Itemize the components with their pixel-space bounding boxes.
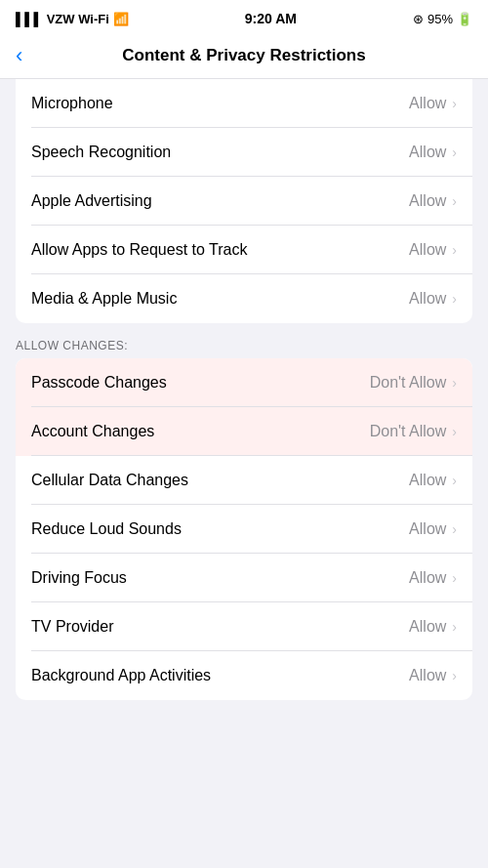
top-settings-group: Microphone Allow › Speech Recognition Al… (0, 79, 488, 323)
chevron-right-icon: › (452, 375, 457, 391)
list-item[interactable]: Allow Apps to Request to Track Allow › (16, 226, 472, 274)
item-value: Allow (409, 667, 446, 684)
item-value: Allow (409, 290, 446, 308)
status-bar: ▌▌▌ VZW Wi-Fi 📶 9:20 AM ⊛ 95% 🔋 (0, 0, 488, 35)
item-label: Cellular Data Changes (31, 472, 188, 489)
allow-changes-list: Passcode Changes Don't Allow › Account C… (16, 358, 472, 700)
item-label: Allow Apps to Request to Track (31, 241, 247, 259)
list-item[interactable]: Cellular Data Changes Allow › (16, 456, 472, 505)
nav-bar: ‹ Content & Privacy Restrictions (0, 35, 488, 79)
chevron-right-icon: › (452, 291, 457, 307)
status-battery: ⊛ 95% 🔋 (413, 12, 472, 26)
item-label: Media & Apple Music (31, 290, 177, 308)
list-item[interactable]: Microphone Allow › (16, 79, 472, 128)
item-value-row: Allow › (409, 144, 457, 161)
list-item[interactable]: Media & Apple Music Allow › (16, 274, 472, 323)
item-value: Allow (409, 192, 446, 210)
allow-changes-group: ALLOW CHANGES: Passcode Changes Don't Al… (0, 339, 488, 700)
list-item[interactable]: Passcode Changes Don't Allow › (16, 358, 472, 407)
item-label: Account Changes (31, 423, 154, 440)
status-carrier: ▌▌▌ VZW Wi-Fi 📶 (16, 12, 129, 26)
list-item[interactable]: Background App Activities Allow › (16, 651, 472, 700)
item-label: Background App Activities (31, 667, 211, 684)
item-value-row: Don't Allow › (370, 423, 457, 440)
wifi-icon: 📶 (113, 12, 129, 26)
list-item[interactable]: TV Provider Allow › (16, 602, 472, 651)
back-button[interactable]: ‹ (16, 43, 22, 68)
item-value: Allow (409, 95, 446, 112)
chevron-right-icon: › (452, 424, 457, 439)
top-settings-list: Microphone Allow › Speech Recognition Al… (16, 79, 472, 323)
item-value: Allow (409, 569, 446, 587)
chevron-right-icon: › (452, 668, 457, 683)
chevron-right-icon: › (452, 570, 457, 586)
list-item[interactable]: Account Changes Don't Allow › (16, 407, 472, 456)
item-label: Passcode Changes (31, 374, 167, 392)
item-label: Speech Recognition (31, 144, 171, 161)
item-value-row: Allow › (409, 520, 457, 538)
item-value-row: Allow › (409, 290, 457, 308)
item-value: Allow (409, 472, 446, 489)
item-value-row: Don't Allow › (370, 374, 457, 392)
battery-charge-icon: ⊛ (413, 12, 424, 26)
item-value-row: Allow › (409, 192, 457, 210)
chevron-right-icon: › (452, 193, 457, 209)
item-value-row: Allow › (409, 569, 457, 587)
chevron-right-icon: › (452, 96, 457, 111)
item-label: Apple Advertising (31, 192, 152, 210)
allow-changes-label: ALLOW CHANGES: (0, 339, 488, 358)
item-value: Don't Allow (370, 374, 447, 392)
chevron-right-icon: › (452, 473, 457, 488)
item-value-row: Allow › (409, 241, 457, 259)
list-item[interactable]: Reduce Loud Sounds Allow › (16, 505, 472, 554)
page-title: Content & Privacy Restrictions (0, 46, 488, 65)
status-time: 9:20 AM (245, 11, 297, 26)
item-value: Allow (409, 618, 446, 636)
item-label: Reduce Loud Sounds (31, 520, 182, 538)
item-label: Microphone (31, 95, 113, 112)
item-value-row: Allow › (409, 95, 457, 112)
list-item[interactable]: Driving Focus Allow › (16, 554, 472, 602)
chevron-right-icon: › (452, 242, 457, 258)
item-value-row: Allow › (409, 472, 457, 489)
item-value: Allow (409, 241, 446, 259)
item-value: Allow (409, 520, 446, 538)
signal-icon: ▌▌▌ (16, 12, 43, 26)
item-value: Don't Allow (370, 423, 447, 440)
chevron-left-icon: ‹ (16, 43, 22, 68)
item-value: Allow (409, 144, 446, 161)
battery-icon: 🔋 (457, 12, 472, 26)
item-label: TV Provider (31, 618, 113, 636)
chevron-right-icon: › (452, 521, 457, 537)
item-value-row: Allow › (409, 667, 457, 684)
item-value-row: Allow › (409, 618, 457, 636)
list-item[interactable]: Apple Advertising Allow › (16, 177, 472, 226)
list-item[interactable]: Speech Recognition Allow › (16, 128, 472, 177)
item-label: Driving Focus (31, 569, 127, 587)
chevron-right-icon: › (452, 145, 457, 160)
chevron-right-icon: › (452, 619, 457, 635)
